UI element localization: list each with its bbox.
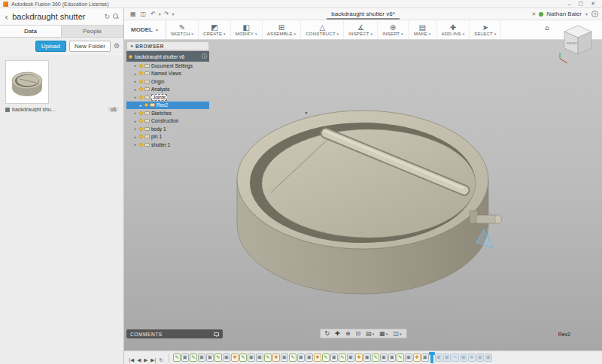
timeline-item-feature[interactable]: ▣ <box>248 353 255 362</box>
expand-icon[interactable]: ▸ <box>133 71 138 76</box>
file-menu-icon[interactable]: ▦ <box>128 11 138 17</box>
visibility-bulb-icon[interactable] <box>139 80 143 83</box>
timeline-item-joint[interactable]: ❖ <box>314 353 321 362</box>
browser-item-body-1[interactable]: ▸body 1 <box>126 125 209 133</box>
timeline-item-feature[interactable]: ▣ <box>198 353 205 362</box>
navbar-viewports[interactable]: ◫▾ <box>391 329 403 338</box>
navbar-zoom[interactable]: ⊕ <box>343 329 353 338</box>
timeline-item-feature[interactable]: ▣ <box>421 353 429 362</box>
timeline-item-joint[interactable]: ❖ <box>413 353 421 362</box>
visibility-bulb-icon[interactable] <box>139 111 143 115</box>
timeline-item-feature[interactable]: ▣ <box>443 353 451 362</box>
timeline-item-sketch[interactable]: ✎ <box>451 353 459 362</box>
browser-item-construction[interactable]: ▸Construction <box>126 117 209 126</box>
browser-item-origin[interactable]: ▸Origin <box>126 77 209 86</box>
timeline-item-feature[interactable]: ▣ <box>405 353 412 362</box>
workspace-switcher[interactable]: MODEL ▾ <box>124 20 166 39</box>
document-thumbnail[interactable] <box>5 60 49 104</box>
toolbar-group-inspect[interactable]: ∡INSPECT ▾ <box>344 20 378 39</box>
visibility-bulb-icon[interactable] <box>144 103 148 107</box>
toolbar-group-assemble[interactable]: ⊞ASSEMBLE ▾ <box>263 20 302 39</box>
browser-item-sketches[interactable]: ▸Sketches <box>126 109 209 117</box>
refresh-icon[interactable]: ↻ <box>104 13 110 20</box>
visibility-bulb-icon[interactable] <box>139 127 143 131</box>
browser-item-shutter-1[interactable]: ▸shutter 1 <box>126 141 209 149</box>
maximize-button[interactable]: ▢ <box>575 1 588 7</box>
timeline-item-sketch[interactable]: ✎ <box>397 353 404 362</box>
toolbar-group-insert[interactable]: ⊕INSERT ▾ <box>378 20 409 39</box>
new-folder-button[interactable]: New Folder <box>69 41 111 52</box>
timeline-item-feature[interactable]: ▣ <box>363 353 371 362</box>
browser-item-analysis[interactable]: ▸Analysis <box>126 86 209 94</box>
user-name[interactable]: Nathan Baier <box>546 11 582 17</box>
timeline-item-feature[interactable]: ▣ <box>181 353 189 362</box>
timeline-step-back-button[interactable]: ◀ <box>135 357 142 363</box>
timeline-item-sketch[interactable]: ✎ <box>322 353 330 362</box>
browser-item-joints[interactable]: ▸Joints <box>126 93 209 102</box>
visibility-bulb-icon[interactable] <box>139 143 143 147</box>
sketch-point[interactable] <box>306 112 308 114</box>
undo-icon[interactable]: ↶ <box>148 11 158 17</box>
timeline-item-sketch[interactable]: ✎ <box>214 353 222 362</box>
timeline-item-feature[interactable]: ▣ <box>485 353 492 362</box>
toolbar-group-make[interactable]: ▤MAKE ▾ <box>409 20 437 39</box>
home-icon[interactable]: ⌂ <box>545 24 549 32</box>
visibility-bulb-icon[interactable] <box>139 135 143 138</box>
timeline-item-feature[interactable]: ▣ <box>388 353 396 362</box>
timeline-item-sketch[interactable]: ✎ <box>264 353 272 362</box>
expand-icon[interactable]: ▸ <box>133 79 138 83</box>
search-icon[interactable] <box>113 14 119 20</box>
document-tab[interactable]: backdraught shutter v6* <box>327 10 400 20</box>
minimize-button[interactable]: – <box>564 2 575 7</box>
timeline-item-feature[interactable]: ▣ <box>347 353 354 362</box>
close-button[interactable]: ✕ <box>587 1 599 7</box>
browser-root-item[interactable]: backdraught shutter v6 ⓘ <box>126 51 209 62</box>
collapse-browser-icon[interactable]: ◂ <box>130 43 133 49</box>
visibility-bulb-icon[interactable] <box>139 119 143 123</box>
timeline-item-sketch[interactable]: ✎ <box>372 353 379 362</box>
navbar-grid-and-snaps[interactable]: ▦▾ <box>377 329 390 338</box>
comment-bubble-icon[interactable] <box>214 332 219 336</box>
timeline-item-sketch[interactable]: ✎ <box>289 353 296 362</box>
save-icon[interactable]: ◫ <box>138 11 149 17</box>
viewport[interactable]: ◂ BROWSER backdraught shutter v6 ⓘ ▸Docu… <box>124 40 602 350</box>
timeline-item-feature[interactable]: ▣ <box>380 353 388 362</box>
toolbar-group-sketch[interactable]: ✎SKETCH ▾ <box>166 20 199 39</box>
view-cube[interactable]: ⌂ FRONT <box>545 23 599 66</box>
toolbar-group-modify[interactable]: ◧MODIFY ▾ <box>231 20 263 39</box>
help-icon[interactable]: ? <box>591 11 598 17</box>
expand-icon[interactable]: ▸ <box>133 126 138 131</box>
timeline-item-feature[interactable]: ▣ <box>460 353 467 362</box>
upload-button[interactable]: Upload <box>35 41 66 52</box>
expand-icon[interactable]: ▸ <box>133 135 138 139</box>
data-panel-tab-data[interactable]: Data <box>0 26 62 37</box>
browser-item-rev2[interactable]: ▸Rev2 <box>126 102 209 110</box>
toolbar-group-create[interactable]: ◩CREATE ▾ <box>199 20 231 39</box>
back-icon[interactable]: ‹ <box>5 11 8 23</box>
visibility-bulb-icon[interactable] <box>139 71 143 75</box>
user-menu-caret-icon[interactable]: ▾ <box>585 11 588 17</box>
visibility-bulb-icon[interactable] <box>139 87 143 91</box>
expand-icon[interactable]: ▸ <box>133 95 138 99</box>
timeline-item-feature[interactable]: ▣ <box>206 353 214 362</box>
timeline-loop-button[interactable]: ↻ <box>157 357 164 363</box>
expand-icon[interactable]: ▸ <box>133 142 138 147</box>
job-status-icon[interactable] <box>539 12 543 17</box>
navbar-fit[interactable]: ⊡ <box>354 329 363 338</box>
toolbar-group-add-ins[interactable]: ✚ADD-INS ▾ <box>437 20 470 39</box>
timeline-item-feature[interactable]: ▣ <box>297 353 305 362</box>
navbar-orbit[interactable]: ↻ <box>322 329 332 338</box>
browser-item-named-views[interactable]: ▸Named Views <box>126 70 209 78</box>
timeline-item-feature[interactable]: ▣ <box>306 353 313 362</box>
info-icon[interactable]: ⓘ <box>202 53 207 60</box>
timeline-item-sketch[interactable]: ✎ <box>190 353 197 362</box>
browser-item-pin-1[interactable]: ▸pin 1 <box>126 133 209 141</box>
data-panel-tab-people[interactable]: People <box>62 26 123 37</box>
timeline-item-sketch[interactable]: ✎ <box>173 353 181 362</box>
timeline-play-button[interactable]: ▶ <box>142 357 149 363</box>
timeline-item-joint[interactable]: ❖ <box>272 353 280 362</box>
timeline-item-sketch[interactable]: ✎ <box>339 353 346 362</box>
expand-icon[interactable]: ▸ <box>133 111 138 115</box>
timeline-item-joint[interactable]: ❖ <box>231 353 239 362</box>
timeline-item-joint[interactable]: ❖ <box>468 353 476 362</box>
